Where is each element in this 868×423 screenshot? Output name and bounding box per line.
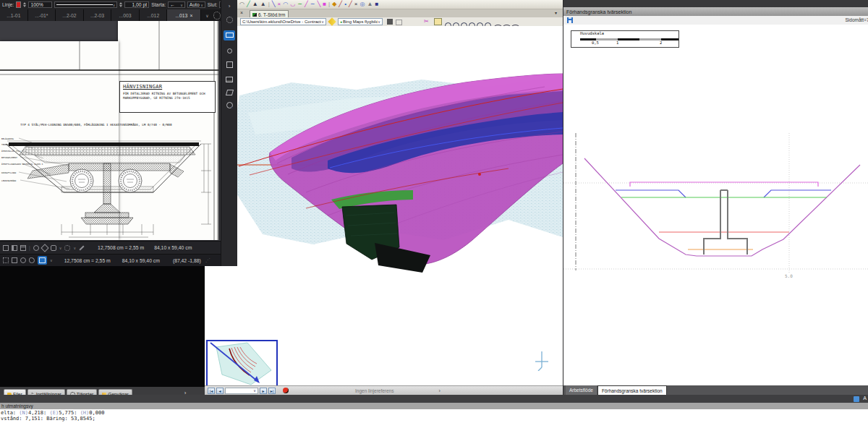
brightness-icon[interactable] [64, 245, 70, 251]
line-color-swatch[interactable] [16, 1, 21, 8]
draw-line-icon[interactable]: ╲ [272, 1, 276, 7]
line-style-dropdown[interactable]: ∨ [54, 1, 118, 8]
swatch-icon[interactable]: ■ [323, 1, 326, 7]
opacity-stepper[interactable] [23, 1, 26, 8]
extend-tool-icon[interactable]: ╲ [317, 1, 320, 7]
prev-station-button[interactable]: ◂ [216, 388, 224, 394]
view-statusbar-2: ∨ 12,7508 cm = 2,55 m 84,10 x 59,40 cm (… [0, 254, 221, 266]
delete2-icon[interactable]: × [354, 1, 358, 7]
tag-panel-icon[interactable] [224, 88, 235, 98]
fillet-tool-icon[interactable]: ╱ [305, 1, 308, 7]
measure-panel-icon[interactable] [224, 30, 235, 40]
app-icon[interactable] [854, 396, 859, 402]
active-tool-button[interactable] [38, 256, 47, 265]
signature-panel-icon[interactable] [224, 46, 235, 56]
basemap-value: Bing Maps flygbilde [343, 20, 378, 24]
sheet-tab[interactable]: ...2-03 [84, 9, 112, 21]
chevron-down-icon[interactable]: ∨ [73, 246, 76, 250]
fit-page-icon[interactable] [51, 245, 56, 251]
resize-grip[interactable]: ⋰ [205, 257, 210, 263]
spline-tool-icon[interactable]: ∼ [297, 1, 302, 7]
basemap-combobox[interactable]: ● Bing Maps flygbilde ∨ [338, 18, 383, 25]
tab-forhandsgranska[interactable]: Förhandsgranska tvärsektion [597, 385, 667, 395]
gear-icon[interactable] [224, 16, 235, 26]
sheet-tab[interactable]: ...1-01 [0, 9, 28, 21]
favorite-icon[interactable] [328, 17, 336, 25]
two-page-icon[interactable] [12, 245, 17, 251]
image-panel-icon[interactable] [224, 75, 235, 85]
tab-label: ...-01* [35, 13, 48, 18]
close-tab-icon[interactable]: × [190, 13, 192, 18]
overview-minimap[interactable] [206, 340, 278, 385]
opacity-field[interactable]: 100% [28, 1, 51, 8]
rotate-left-icon[interactable] [33, 245, 39, 251]
3d-viewport[interactable] [205, 26, 563, 385]
grid-snap-icon[interactable] [3, 257, 9, 263]
chevron-down-icon[interactable]: ∨ [59, 246, 62, 250]
path-combobox[interactable]: C:\Users\kim.eklund\OneDrive - Contracto… [240, 18, 326, 25]
last-station-button[interactable]: ▸| [268, 388, 276, 394]
toolbar-overflow-icon[interactable]: ▾ [555, 10, 557, 15]
export-panel-icon[interactable] [224, 61, 235, 71]
gear-icon[interactable] [213, 12, 221, 20]
station-combobox[interactable]: ∨ [225, 388, 258, 394]
pen-icon[interactable]: ╱ [339, 1, 342, 7]
page-icon[interactable] [12, 257, 17, 263]
pan-hand-icon[interactable] [20, 257, 26, 263]
width-stepper[interactable] [119, 1, 122, 8]
sheet-tab[interactable]: ...-01* [28, 9, 56, 21]
auto-dropdown[interactable]: Auto ∨ [187, 1, 205, 8]
search-icon[interactable] [224, 101, 235, 111]
chevron-down-icon[interactable]: ∨ [50, 258, 53, 262]
measure-icon[interactable]: ▲ [367, 1, 373, 7]
next-station-button[interactable]: ▸ [260, 388, 267, 394]
expand-chevron-icon[interactable]: › [438, 388, 440, 393]
collapse-panel-icon[interactable]: › [224, 1, 235, 12]
first-station-button[interactable]: |◂ [208, 388, 215, 394]
rotate-right-icon[interactable] [41, 244, 48, 252]
viewport-statusbar: |◂ ◂ ∨ ▸ ▸| Ingen linjereferens › [205, 385, 563, 395]
sheet-tab[interactable]: ...003 [111, 9, 140, 21]
line-width-value: 1,00 pt [132, 2, 147, 7]
start-cap-dropdown[interactable]: ← ∨ [168, 1, 185, 8]
curve2-tool-icon[interactable]: ◡ [290, 1, 295, 7]
alignment-point [478, 173, 481, 176]
line-width-field[interactable]: 1,00 pt [124, 1, 149, 8]
tab-label: ...2-03 [90, 13, 104, 18]
bucket-icon[interactable]: ◆ [332, 1, 336, 7]
tab-list-icon[interactable]: ∨ [205, 13, 208, 18]
grid-toggle-icon[interactable] [396, 20, 402, 25]
layers-icon[interactable] [387, 19, 393, 25]
curve-tool-icon[interactable]: ◠ [239, 1, 244, 7]
svg-text:BETONGELEMENT: BETONGELEMENT [1, 156, 17, 159]
tab-arbetsflode[interactable]: Arbetsflöde [566, 385, 597, 395]
point-icon[interactable]: • [344, 1, 346, 7]
measure-pen-icon[interactable] [80, 245, 85, 250]
close-doc-icon[interactable]: × [240, 10, 243, 15]
node-icon[interactable]: ■ [375, 1, 378, 7]
lasso-icon[interactable] [29, 257, 35, 263]
trim-tool-icon[interactable]: ∼ [310, 1, 315, 7]
sheet-tab-active[interactable]: ...013 × [167, 9, 201, 21]
tab-label: ...1-01 [7, 13, 20, 18]
select-mode-button[interactable] [434, 18, 442, 25]
sheet-tab[interactable]: ...2-02 [56, 9, 84, 21]
line-tool-icon[interactable]: ╱ [247, 1, 250, 7]
snap-icon[interactable]: ◎ [359, 1, 365, 7]
stacked-view-icon[interactable] [20, 245, 26, 251]
3d-model-canvas [205, 26, 563, 385]
properties-toolbar: Linje: 100% ∨ 1,00 pt Starta: ← ∨ Auto ∨… [0, 0, 237, 9]
record-icon[interactable] [283, 388, 289, 393]
cut-section-icon[interactable]: ✂ [424, 18, 429, 25]
move-tool-icon[interactable]: ▲ [260, 1, 266, 7]
preview-canvas[interactable]: Huvudskala 0,5 1 2 5.0 [563, 25, 868, 385]
sheet-canvas[interactable]: BELÄGGNING TERRASS ÅTERSTÄLLN. FYLL BETO… [0, 21, 221, 241]
single-page-icon[interactable] [3, 245, 9, 251]
save-icon[interactable] [567, 17, 573, 23]
command-output[interactable]: elta: (N)4,218: (E)5,775: (H)0,000 vstån… [0, 409, 868, 423]
arc-tool-icon[interactable]: ◠ [283, 1, 288, 7]
delete-line-icon[interactable]: × [278, 1, 281, 7]
erase-tool-icon[interactable]: ▲ [252, 1, 258, 7]
pen2-icon[interactable]: ╱ [349, 1, 352, 7]
sheet-tab[interactable]: ...012 [140, 9, 168, 21]
